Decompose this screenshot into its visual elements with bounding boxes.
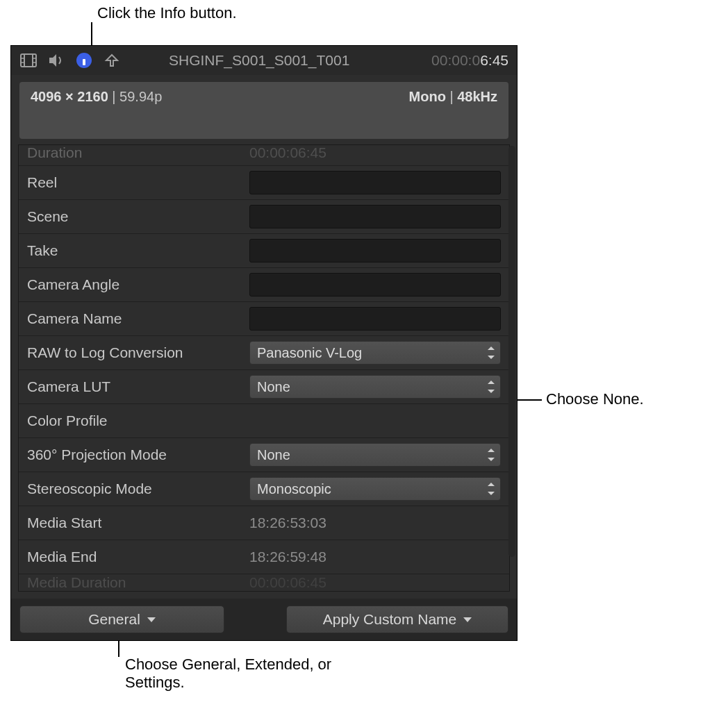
audio-tab-icon[interactable] xyxy=(47,51,65,69)
row-raw-log: RAW to Log Conversion Panasonic V-Log xyxy=(19,336,509,370)
inspector-toolbar: SHGINF_S001_S001_T001 00:00:06:45 xyxy=(11,46,517,75)
label-duration: Duration xyxy=(27,144,249,161)
label-take: Take xyxy=(27,242,249,259)
value-duration: 00:00:06:45 xyxy=(249,144,501,161)
label-media-duration: Media Duration xyxy=(27,574,249,591)
label-scene: Scene xyxy=(27,208,249,225)
video-tab-icon[interactable] xyxy=(19,51,38,69)
summary-wrap: 4096 × 2160 | 59.94p Mono | 48kHz xyxy=(11,75,517,139)
svg-rect-0 xyxy=(21,54,36,67)
metadata-view-menu[interactable]: General xyxy=(19,606,224,633)
timecode-bright: 6:45 xyxy=(480,52,508,68)
info-tab-icon[interactable] xyxy=(75,51,93,69)
chevron-down-icon xyxy=(147,617,156,622)
share-tab-icon[interactable] xyxy=(103,51,121,69)
row-stereoscopic: Stereoscopic Mode Monoscopic xyxy=(19,472,509,506)
metadata-list-wrap: Duration 00:00:06:45 Reel Scene Take Cam… xyxy=(11,139,517,599)
apply-custom-name-menu[interactable]: Apply Custom Name xyxy=(286,606,508,633)
row-camera-angle: Camera Angle xyxy=(19,268,509,302)
label-color-profile: Color Profile xyxy=(27,412,249,429)
svg-rect-9 xyxy=(83,59,85,65)
camera-name-input[interactable] xyxy=(249,307,501,331)
updown-icon xyxy=(486,482,496,496)
row-camera-name: Camera Name xyxy=(19,302,509,336)
scene-input[interactable] xyxy=(249,205,501,228)
row-media-end: Media End 18:26:59:48 xyxy=(19,540,509,574)
timecode: 00:00:06:45 xyxy=(431,52,508,69)
stereoscopic-value: Monoscopic xyxy=(257,481,331,497)
camera-angle-input[interactable] xyxy=(249,273,501,297)
audio-format: Mono | 48kHz xyxy=(409,89,497,132)
label-media-end: Media End xyxy=(27,549,249,565)
reel-input[interactable] xyxy=(249,171,501,194)
label-projection-mode: 360° Projection Mode xyxy=(27,447,249,463)
value-media-end: 18:26:59:48 xyxy=(249,549,501,565)
inspector-panel: SHGINF_S001_S001_T001 00:00:06:45 4096 ×… xyxy=(10,45,518,641)
callout-info: Click the Info button. xyxy=(97,4,237,22)
svg-point-8 xyxy=(83,56,85,58)
value-media-duration: 00:00:06:45 xyxy=(249,574,501,591)
updown-icon xyxy=(486,380,496,394)
label-reel: Reel xyxy=(27,174,249,191)
row-media-start: Media Start 18:26:53:03 xyxy=(19,506,509,540)
callout-view-menu: Choose General, Extended, or Settings. xyxy=(125,656,347,692)
updown-icon xyxy=(486,448,496,462)
projection-mode-value: None xyxy=(257,447,290,463)
row-media-duration: Media Duration 00:00:06:45 xyxy=(19,574,509,591)
camera-lut-value: None xyxy=(257,379,290,395)
projection-mode-popup[interactable]: None xyxy=(249,443,501,467)
video-format: 4096 × 2160 | 59.94p xyxy=(31,89,162,132)
raw-log-value: Panasonic V-Log xyxy=(257,345,362,361)
label-raw-log: RAW to Log Conversion xyxy=(27,344,249,361)
camera-lut-popup[interactable]: None xyxy=(249,375,501,399)
label-camera-angle: Camera Angle xyxy=(27,276,249,293)
chevron-down-icon xyxy=(463,617,472,622)
value-media-start: 18:26:53:03 xyxy=(249,515,501,531)
metadata-view-label: General xyxy=(88,611,140,628)
take-input[interactable] xyxy=(249,239,501,262)
clip-name: SHGINF_S001_S001_T001 xyxy=(169,52,349,69)
row-duration: Duration 00:00:06:45 xyxy=(19,145,509,166)
vertical-scrollbar[interactable] xyxy=(508,146,515,557)
row-color-profile: Color Profile xyxy=(19,404,509,438)
row-take: Take xyxy=(19,234,509,268)
label-media-start: Media Start xyxy=(27,515,249,531)
callout-camera-lut: Choose None. xyxy=(546,390,644,408)
row-scene: Scene xyxy=(19,200,509,234)
row-camera-lut: Camera LUT None xyxy=(19,370,509,404)
metadata-list: Duration 00:00:06:45 Reel Scene Take Cam… xyxy=(18,144,510,592)
label-stereoscopic: Stereoscopic Mode xyxy=(27,481,249,497)
inspector-footer: General Apply Custom Name xyxy=(11,599,517,640)
raw-log-popup[interactable]: Panasonic V-Log xyxy=(249,341,501,365)
timecode-dim: 00:00:0 xyxy=(431,52,480,68)
row-reel: Reel xyxy=(19,166,509,200)
clip-summary: 4096 × 2160 | 59.94p Mono | 48kHz xyxy=(19,82,508,139)
stereoscopic-popup[interactable]: Monoscopic xyxy=(249,477,501,501)
apply-custom-name-label: Apply Custom Name xyxy=(323,611,457,628)
label-camera-lut: Camera LUT xyxy=(27,378,249,395)
label-camera-name: Camera Name xyxy=(27,310,249,327)
updown-icon xyxy=(486,346,496,360)
row-projection-mode: 360° Projection Mode None xyxy=(19,438,509,472)
